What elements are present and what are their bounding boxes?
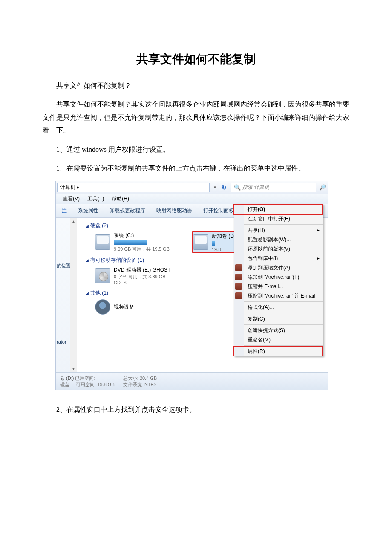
drive-name: DVD 驱动器 (E:) GHOST xyxy=(114,266,170,274)
address-bar: 计算机 ▸ ▼ ↻ 🔍 搜索 计算机 🔎 xyxy=(56,181,328,194)
menu-tools[interactable]: 工具(T) xyxy=(87,195,104,202)
cm-shortcut[interactable]: 创建快捷方式(S) xyxy=(244,326,323,335)
drive-name: 系统 (C:) xyxy=(114,232,173,239)
collapse-icon: ◢ xyxy=(86,258,89,263)
doc-title: 共享文件如何不能复制 xyxy=(43,51,349,67)
toolbar-uninstall[interactable]: 卸载或更改程序 xyxy=(110,207,145,214)
search-icon: 🔍 xyxy=(234,184,241,191)
submenu-arrow-icon: ▶ xyxy=(317,256,320,260)
section-label: 有可移动存储的设备 (1) xyxy=(90,257,144,264)
cm-label: 添加到 "Archive.rar"(T) xyxy=(248,274,299,281)
toolbar-sys-props[interactable]: 系统属性 xyxy=(78,207,98,214)
cm-share[interactable]: 共享(H)▶ xyxy=(244,225,323,235)
sidebar-item[interactable]: 的位置 xyxy=(57,263,71,269)
cm-compress-email-named[interactable]: 压缩到 "Archive.rar" 并 E-mail xyxy=(244,291,323,301)
sidebar: 的位置 rator ▲ ▼ xyxy=(56,218,77,372)
cm-separator xyxy=(244,224,323,225)
cm-label: 添加到压缩文件(A)... xyxy=(248,264,294,272)
cm-copy[interactable]: 复制(C) xyxy=(244,314,323,324)
cm-rename[interactable]: 重命名(M) xyxy=(244,335,323,344)
rar-icon xyxy=(235,264,242,271)
cm-label: 共享(H) xyxy=(248,227,265,234)
collapse-icon: ◢ xyxy=(86,291,89,295)
detail-free: 可用空间: 19.8 GB xyxy=(76,382,114,387)
breadcrumb-text: 计算机 ▸ xyxy=(60,184,79,191)
paragraph-intro: 共享文件如何不能复制？ xyxy=(43,79,349,92)
dvd-icon xyxy=(95,268,110,283)
cm-separator xyxy=(244,301,323,302)
menu-help[interactable]: 帮助(H) xyxy=(112,195,129,202)
toolbar-organize[interactable]: 注 xyxy=(62,207,67,214)
hdd-icon xyxy=(193,234,208,250)
drive-video[interactable]: 视频设备 xyxy=(94,298,179,315)
detail-fs: 文件系统: NTFS xyxy=(123,382,157,387)
cm-restore[interactable]: 还原以前的版本(V) xyxy=(244,244,323,254)
hdd-icon xyxy=(95,234,110,250)
collapse-icon: ◢ xyxy=(86,224,89,228)
cm-format[interactable]: 格式化(A)... xyxy=(244,303,323,312)
sidebar-scrollbar[interactable]: ▲ ▼ xyxy=(70,218,77,372)
cm-label: 包含到库中(I) xyxy=(248,255,278,262)
cm-add-archive[interactable]: 添加到压缩文件(A)... xyxy=(244,263,323,272)
refresh-button[interactable]: ↻ xyxy=(219,184,230,191)
paragraph-body: 共享文件如何不能复制？其实这个问题再很多企业内部局域网内经常会碰到，因为很多共享… xyxy=(43,98,349,137)
detail-used-label: 已用空间: xyxy=(75,376,95,381)
paragraph-step2: 2、在属性窗口中上方找到并点击安全选项卡。 xyxy=(43,403,349,416)
breadcrumb[interactable]: 计算机 ▸ xyxy=(57,183,210,192)
capacity-bar xyxy=(114,240,173,245)
submenu-arrow-icon: ▶ xyxy=(317,228,320,232)
scroll-down-icon[interactable]: ▼ xyxy=(70,365,77,372)
search-input[interactable]: 🔍 搜索 计算机 xyxy=(231,183,316,192)
search-placeholder: 搜索 计算机 xyxy=(242,184,269,191)
cm-properties[interactable]: 属性(R) xyxy=(244,347,323,356)
drive-free: 0 字节 可用，共 3.39 GB xyxy=(114,274,170,280)
drive-c[interactable]: 系统 (C:) 9.09 GB 可用，共 19.5 GB xyxy=(94,231,179,253)
paragraph-step1b: 1、在需要设置为不能复制的共享文件的上方点击右键，在弹出的菜单中选中属性。 xyxy=(43,162,349,175)
cm-compress-email[interactable]: 压缩并 E-mail... xyxy=(244,282,323,291)
address-dropdown[interactable]: ▼ xyxy=(211,185,219,189)
paragraph-step1: 1、通过 windows 用户权限进行设置。 xyxy=(43,143,349,156)
cm-add-archive-named[interactable]: 添加到 "Archive.rar"(T) xyxy=(244,272,323,282)
cm-separator xyxy=(244,324,323,325)
section-label: 硬盘 (2) xyxy=(90,222,108,229)
cm-separator xyxy=(244,345,323,346)
cm-label: 压缩并 E-mail... xyxy=(248,283,283,290)
cm-shadow-copy[interactable]: 配置卷影副本(W)... xyxy=(244,235,323,244)
drive-e[interactable]: DVD 驱动器 (E:) GHOST 0 字节 可用，共 3.39 GB CDF… xyxy=(94,266,179,286)
camera-icon xyxy=(95,299,110,315)
detail-name: 卷 (D:) xyxy=(60,376,74,381)
cm-open[interactable]: 打开(O) xyxy=(244,205,323,214)
drive-free: 9.09 GB 可用，共 19.5 GB xyxy=(114,246,173,252)
detail-size: 总大小: 20.4 GB xyxy=(123,376,157,381)
scroll-up-icon[interactable]: ▲ xyxy=(70,218,77,225)
drive-fs: CDFS xyxy=(114,280,170,285)
toolbar-map-drive[interactable]: 映射网络驱动器 xyxy=(156,207,192,214)
toolbar-control-panel[interactable]: 打开控制面板 xyxy=(203,207,234,214)
rar-icon xyxy=(235,283,242,290)
cm-label: 压缩到 "Archive.rar" 并 E-mail xyxy=(248,292,315,300)
cm-open-new[interactable]: 在新窗口中打开(E) xyxy=(244,214,323,223)
detail-type: 磁盘 xyxy=(60,382,69,387)
search-go-icon[interactable]: 🔎 xyxy=(317,184,328,191)
rar-icon xyxy=(235,292,242,299)
section-label: 其他 (1) xyxy=(90,289,108,297)
cm-separator xyxy=(244,313,323,313)
drive-name: 视频设备 xyxy=(114,304,134,311)
rar-icon xyxy=(235,274,242,280)
menu-bar: 查看(V) 工具(T) 帮助(H) xyxy=(56,194,328,204)
menu-view[interactable]: 查看(V) xyxy=(63,195,80,202)
cm-include-lib[interactable]: 包含到库中(I)▶ xyxy=(244,254,323,263)
cm-label: 打开(O) xyxy=(248,206,265,213)
explorer-window: 计算机 ▸ ▼ ↻ 🔍 搜索 计算机 🔎 查看(V) 工具(T) 帮助(H) 注… xyxy=(55,181,328,390)
details-pane: 卷 (D:) 已用空间: 磁盘 可用空间: 19.8 GB 总大小: 20.4 … xyxy=(56,372,328,390)
sidebar-item[interactable]: rator xyxy=(57,339,66,344)
context-menu: 打开(O) 在新窗口中打开(E) 共享(H)▶ 配置卷影副本(W)... 还原以… xyxy=(234,204,323,356)
